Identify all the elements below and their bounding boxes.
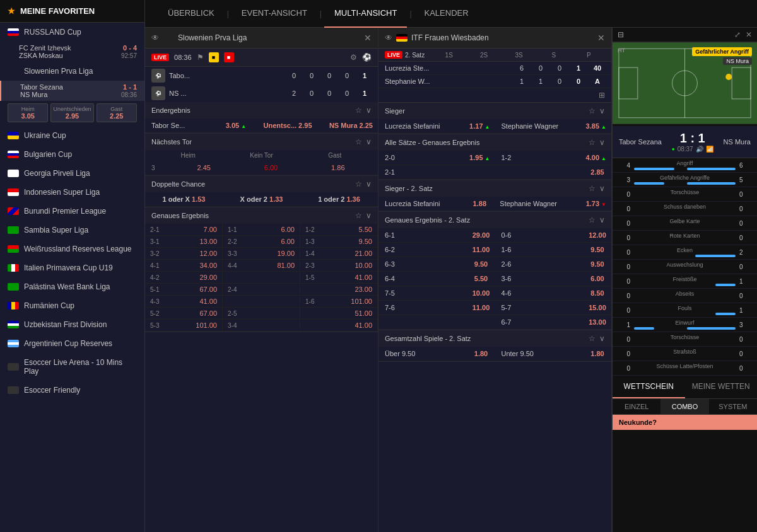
bet-odd2[interactable]: 12.00	[584, 228, 611, 242]
bet-odd[interactable]: 9.50	[467, 257, 495, 271]
star-icon[interactable]: ☆	[589, 334, 596, 343]
bet-section-header[interactable]: Genaues Ergebnis - 2. Satz☆∨	[378, 212, 611, 228]
bet-odd2[interactable]: 9.50	[584, 243, 611, 257]
bet-grid-val[interactable]: 41.00	[199, 298, 217, 305]
bet-grid-val[interactable]: 41.00	[355, 321, 372, 329]
bet-grid-val[interactable]: 101.00	[196, 321, 217, 329]
bet-grid-val[interactable]: 10.00	[355, 262, 372, 269]
panel2-close-button[interactable]: ✕	[597, 33, 605, 43]
betslip-subtab-combo[interactable]: COMBO	[660, 399, 708, 414]
expand-icon[interactable]: ⤢	[734, 30, 741, 39]
bet-odd-heim[interactable]: 2.45	[170, 162, 237, 173]
league-header[interactable]: Rumänien Cup	[0, 296, 144, 315]
star-icon[interactable]: ☆	[355, 211, 362, 220]
star-icon[interactable]: ☆	[355, 106, 362, 115]
betslip-tab-wettschein[interactable]: WETTSCHEIN	[613, 376, 685, 398]
league-header[interactable]: Uzbekistan First Division	[0, 315, 144, 334]
over-odd[interactable]: 1.80	[467, 347, 495, 361]
bet-odd-mid[interactable]: Unentsc... 2.95	[251, 119, 324, 132]
star-icon[interactable]: ☆	[355, 137, 362, 146]
league-header[interactable]: Esoccer Friendly	[0, 381, 144, 400]
league-header[interactable]: Sambia Super Liga	[0, 221, 144, 240]
expand-icon[interactable]: ∨	[599, 334, 605, 343]
bet-odd-gast[interactable]: 1.86	[305, 162, 372, 173]
bet-doppelt-12[interactable]: 1 oder 2 1.36	[300, 192, 378, 206]
star-icon[interactable]: ☆	[589, 216, 596, 224]
bet-odd2[interactable]: 6.00	[584, 272, 611, 286]
bet-odd[interactable]: 11.00	[467, 301, 495, 315]
league-header[interactable]: Esoccer Live Arena - 10 Mins Play	[0, 353, 144, 381]
betslip-subtab-system[interactable]: SYSTEM	[709, 399, 757, 414]
bet-doppelt-x2[interactable]: X oder 2 1.33	[223, 192, 300, 206]
odds-cell[interactable]: Heim3.05	[8, 103, 48, 122]
bet-grid-val[interactable]: 9.50	[359, 238, 372, 245]
league-header[interactable]: Burundi Premier League	[0, 202, 144, 221]
bet-odd2[interactable]: 8.50	[584, 286, 611, 300]
betslip-subtab-einzel[interactable]: EINZEL	[613, 399, 660, 414]
nav-item-kalender[interactable]: KALENDER	[414, 0, 479, 28]
bet-grid-val[interactable]: 21.00	[355, 250, 372, 257]
bet-odd2[interactable]: 3.85 ▲	[581, 119, 611, 133]
odds-cell[interactable]: Gast2.25	[97, 103, 137, 122]
betslip-tab-meinewetten[interactable]: MEINE WETTEN	[685, 376, 758, 398]
bet-odd[interactable]: 3.05 ▲	[221, 119, 251, 132]
bet-odd2[interactable]: 9.50	[584, 257, 611, 271]
league-header[interactable]: Bulgarien Cup	[0, 145, 144, 164]
expand-icon[interactable]: ∨	[366, 106, 372, 115]
bet-odd-kein[interactable]: 6.00	[237, 162, 304, 173]
match-item[interactable]: FC Zenit Izhevsk 0 - 4 ZSKA Moskau 92:57	[0, 42, 144, 62]
bet-grid-val[interactable]: 13.00	[199, 238, 217, 245]
nav-item-event-ansicht[interactable]: EVENT-ANSICHT	[232, 0, 317, 28]
bet-grid-val[interactable]: 12.00	[199, 250, 217, 257]
bet-grid-val[interactable]: 7.00	[204, 226, 217, 233]
close-stats-icon[interactable]: ✕	[746, 30, 752, 39]
bet-odd[interactable]: 29.00	[467, 228, 495, 242]
bet-odd2[interactable]: 1.73 ▼	[581, 197, 611, 211]
star-icon[interactable]: ☆	[589, 138, 596, 147]
nav-item-multi-ansicht[interactable]: MULTI-ANSICHT	[324, 0, 407, 28]
star-icon[interactable]: ☆	[589, 184, 596, 193]
odds-cell[interactable]: Unentschieden2.95	[50, 103, 93, 122]
expand-icon[interactable]: ∨	[599, 138, 605, 147]
expand-icon[interactable]: ∨	[599, 107, 605, 115]
bet-grid-val[interactable]: 67.00	[199, 286, 217, 293]
panel1-close-button[interactable]: ✕	[364, 33, 372, 43]
bet-grid-val[interactable]: 19.00	[277, 250, 295, 257]
bet-doppelt-1x[interactable]: 1 oder X 1.53	[145, 192, 223, 206]
bet-section-header[interactable]: Gesamtzahl Spiele - 2. Satz☆∨	[378, 330, 611, 347]
bet-grid-val[interactable]: 29.00	[199, 274, 217, 281]
bet-grid-val[interactable]: 23.00	[355, 286, 372, 293]
bet-odd-right[interactable]: NS Mura 2.25	[324, 119, 378, 132]
bet-odd[interactable]: 11.00	[467, 243, 495, 257]
bet-section-header[interactable]: Endergebnis☆∨	[145, 102, 378, 119]
bet-grid-val[interactable]: 81.00	[277, 262, 295, 269]
bet-grid-val[interactable]: 34.00	[199, 262, 217, 269]
bet-odd[interactable]: 1.17 ▲	[464, 119, 495, 133]
star-icon[interactable]: ☆	[589, 107, 596, 115]
league-header[interactable]: Georgia Pirveli Liga	[0, 164, 144, 183]
bet-section-header[interactable]: Alle Sätze - Genaues Ergebnis☆∨	[378, 134, 611, 151]
expand-icon[interactable]: ∨	[366, 137, 372, 146]
bet-odd[interactable]: 1.88	[466, 197, 493, 211]
league-header[interactable]: Weißrussland Reserves League	[0, 240, 144, 258]
bet-odd2[interactable]: 13.00	[584, 315, 611, 329]
league-header[interactable]: Palästina West Bank Liga	[0, 277, 144, 296]
neukunde-banner[interactable]: Neukunde?	[613, 415, 757, 430]
bet-grid-val[interactable]: 41.00	[355, 274, 372, 281]
bet-odd[interactable]: 10.00	[467, 286, 495, 300]
bet-odd[interactable]: 1.95 ▲	[464, 151, 495, 165]
bet-odd[interactable]	[467, 319, 495, 325]
league-header[interactable]: Argentinien Cup Reserves	[0, 334, 144, 353]
bet-odd3[interactable]: 2.85	[584, 165, 611, 179]
expand-icon[interactable]: ∨	[366, 211, 372, 220]
bet-section-header[interactable]: Nächstes Tor☆∨	[145, 134, 378, 150]
bet-grid-val[interactable]: 6.00	[281, 226, 295, 233]
bet-odd[interactable]: 5.50	[467, 272, 495, 286]
under-odd[interactable]: 1.80	[584, 347, 611, 361]
league-header[interactable]: Indonesien Super Liga	[0, 183, 144, 202]
bet-grid-val[interactable]: 6.00	[281, 238, 295, 245]
league-header[interactable]: Slowenien Prva Liga	[0, 62, 144, 81]
bet-section-header[interactable]: Genaues Ergebnis☆∨	[145, 207, 378, 224]
bet-grid-val[interactable]: 51.00	[355, 309, 372, 317]
bet-grid-val[interactable]: 101.00	[351, 298, 372, 305]
